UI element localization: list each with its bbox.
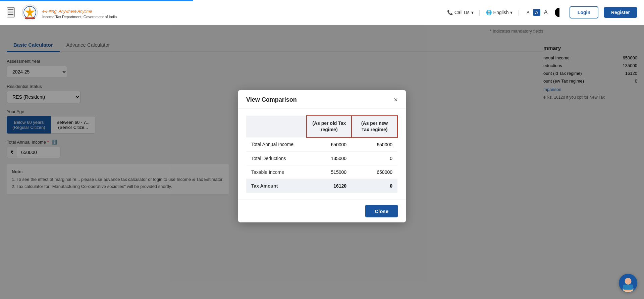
table-col-new-regime: (As per new Tax regime): [352, 115, 397, 137]
call-us-label: Call Us: [454, 10, 470, 15]
hamburger-menu[interactable]: ☰: [7, 7, 15, 17]
separator-1: |: [479, 9, 481, 16]
table-cell-label: Total Annual Income: [246, 137, 307, 151]
table-cell-old: 650000: [307, 137, 352, 151]
font-normal-button[interactable]: A: [533, 9, 540, 16]
table-cell-new: 650000: [352, 165, 397, 179]
globe-icon: 🌐: [486, 10, 492, 15]
table-cell-old: 135000: [307, 151, 352, 165]
table-col-empty: [246, 115, 307, 137]
view-comparison-modal: View Comparison × (As per old Tax regime…: [238, 90, 406, 222]
modal-title: View Comparison: [246, 96, 297, 103]
table-body: Total Annual Income 650000 650000 Total …: [246, 137, 397, 192]
logo-emblem: [21, 4, 38, 21]
language-label: English: [493, 10, 509, 15]
progress-bar: [0, 0, 193, 1]
contrast-button[interactable]: [555, 8, 564, 17]
font-increase-button[interactable]: A: [542, 8, 549, 16]
table-cell-tax-label: Tax Amount: [246, 179, 307, 193]
table-cell-label: Total Deductions: [246, 151, 307, 165]
register-button[interactable]: Register: [604, 7, 637, 18]
logo-efiling-text: e-Filing: [42, 9, 57, 14]
table-cell-label: Taxable Income: [246, 165, 307, 179]
svg-point-7: [625, 278, 631, 284]
modal-close-x-button[interactable]: ×: [394, 96, 398, 103]
logo-text: e-Filing Anywhere Anytime Income Tax Dep…: [42, 6, 117, 19]
table-cell-tax-old: 16120: [307, 179, 352, 193]
table-row: Taxable Income 515000 650000: [246, 165, 397, 179]
modal-header: View Comparison ×: [238, 90, 406, 108]
chevron-down-lang-icon: ▾: [510, 10, 513, 15]
table-row: Total Annual Income 650000 650000: [246, 137, 397, 151]
separator-2: |: [518, 9, 520, 16]
table-row-tax-amount: Tax Amount 16120 0: [246, 179, 397, 193]
table-row: Total Deductions 135000 0: [246, 151, 397, 165]
comparison-table: (As per old Tax regime) (As per new Tax …: [246, 115, 398, 193]
language-button[interactable]: 🌐 English ▾: [486, 10, 513, 15]
table-cell-tax-new: 0: [352, 179, 397, 193]
logo-efiling: e-Filing Anywhere Anytime: [42, 6, 117, 15]
table-cell-old: 515000: [307, 165, 352, 179]
logo-subtitle: Income Tax Department, Government of Ind…: [42, 15, 117, 19]
table-header-row: (As per old Tax regime) (As per new Tax …: [246, 115, 397, 137]
svg-rect-3: [25, 17, 35, 19]
modal-close-button[interactable]: Close: [365, 205, 398, 217]
table-col-old-regime: (As per old Tax regime): [307, 115, 352, 137]
font-controls: A A A: [525, 8, 549, 16]
logo-tagline: Anywhere Anytime: [59, 9, 92, 14]
header: ☰ e-Filing Anywhere Anytime Income Tax D…: [0, 0, 644, 25]
chat-avatar[interactable]: [619, 274, 637, 292]
table-cell-new: 0: [352, 151, 397, 165]
phone-icon: 📞: [447, 10, 453, 15]
call-us-button[interactable]: 📞 Call Us ▾: [447, 10, 474, 15]
login-button[interactable]: Login: [570, 6, 598, 18]
table-cell-new: 650000: [352, 137, 397, 151]
svg-rect-9: [623, 285, 633, 290]
modal-body: (As per old Tax regime) (As per new Tax …: [238, 108, 406, 199]
avatar-icon: [619, 274, 637, 292]
header-left: ☰ e-Filing Anywhere Anytime Income Tax D…: [7, 4, 447, 21]
modal-footer: Close: [238, 199, 406, 222]
chevron-down-icon: ▾: [471, 10, 474, 15]
header-right: 📞 Call Us ▾ | 🌐 English ▾ | A A A Login …: [447, 6, 637, 18]
font-decrease-button[interactable]: A: [525, 9, 531, 15]
